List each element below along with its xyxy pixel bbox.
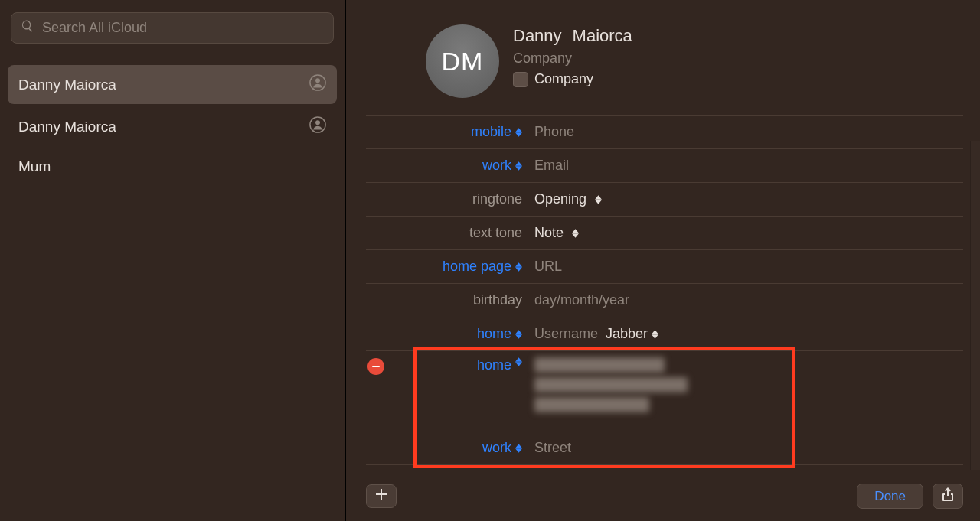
ringtone-picker[interactable]: Opening (527, 191, 963, 207)
address-home-row: home (366, 350, 963, 431)
texttone-picker[interactable]: Note (527, 225, 963, 241)
texttone-label: text tone (366, 225, 527, 241)
chevron-updown-icon (514, 357, 522, 366)
contact-detail: DM DannyMaiorca Company Company mobile (346, 0, 980, 521)
scrollbar[interactable] (970, 141, 980, 470)
me-card-icon (309, 116, 326, 137)
chevron-updown-icon (514, 128, 522, 137)
company-field[interactable]: Company (513, 50, 632, 67)
share-icon (942, 487, 954, 505)
texttone-row: text tone Note (366, 216, 963, 249)
svg-point-3 (315, 120, 320, 125)
company-checkbox-label: Company (534, 71, 593, 87)
avatar-initials: DM (442, 47, 484, 77)
ringtone-label: ringtone (366, 191, 527, 207)
address-work-label-picker[interactable]: work (366, 440, 527, 456)
list-item[interactable]: Mum (8, 149, 337, 184)
add-field-button[interactable] (366, 484, 397, 508)
phone-row: mobile Phone (366, 115, 963, 148)
done-button[interactable]: Done (857, 484, 923, 509)
list-item-name: Mum (18, 158, 51, 175)
homepage-row: home page URL (366, 249, 963, 283)
contact-fields: mobile Phone work Email ringtone (366, 115, 963, 465)
share-button[interactable] (933, 484, 963, 509)
contact-list: Danny Maiorca Danny Maiorca Mum (8, 65, 337, 184)
chevron-updown-icon (514, 444, 522, 453)
search-placeholder: Search All iCloud (42, 20, 147, 36)
remove-row-button[interactable] (368, 358, 384, 375)
username-label-picker[interactable]: home (366, 326, 527, 342)
plus-icon (375, 488, 387, 504)
chevron-updown-icon (514, 330, 522, 339)
chevron-updown-icon (514, 262, 522, 272)
birthday-field[interactable]: day/month/year (527, 292, 963, 308)
detail-footer: Done (346, 484, 980, 521)
url-field[interactable]: URL (527, 259, 963, 275)
list-item-name: Danny Maiorca (18, 77, 116, 93)
homepage-label-picker[interactable]: home page (366, 259, 527, 275)
username-field[interactable]: Username (534, 326, 598, 342)
chevron-updown-icon (514, 161, 522, 171)
birthday-label: birthday (366, 292, 527, 308)
redacted-text (534, 357, 665, 373)
first-name-field[interactable]: Danny (513, 26, 562, 45)
company-checkbox[interactable] (513, 72, 528, 87)
avatar[interactable]: DM (426, 24, 499, 98)
chevron-updown-icon (594, 195, 602, 204)
address-home-label-picker[interactable]: home (366, 357, 527, 373)
list-item[interactable]: Danny Maiorca (8, 107, 337, 146)
im-service-picker[interactable]: Jabber (606, 326, 658, 342)
redacted-text (534, 377, 688, 392)
ringtone-row: ringtone Opening (366, 182, 963, 216)
me-card-icon (309, 74, 326, 95)
address-home-field[interactable] (527, 357, 963, 412)
address-work-field[interactable]: Street (527, 440, 963, 456)
email-row: work Email (366, 148, 963, 182)
list-item[interactable]: Danny Maiorca (8, 65, 337, 104)
contact-header: DM DannyMaiorca Company Company (426, 24, 963, 98)
search-icon (21, 19, 34, 37)
chevron-updown-icon (571, 229, 579, 238)
contact-name[interactable]: DannyMaiorca (513, 26, 632, 46)
last-name-field[interactable]: Maiorca (573, 26, 632, 45)
address-work-row: work Street (366, 431, 963, 465)
svg-point-1 (315, 78, 320, 83)
email-label-picker[interactable]: work (366, 158, 527, 174)
birthday-row: birthday day/month/year (366, 283, 963, 317)
redacted-text (534, 397, 649, 412)
phone-field[interactable]: Phone (527, 124, 963, 140)
list-item-name: Danny Maiorca (18, 119, 116, 135)
phone-label-picker[interactable]: mobile (366, 124, 527, 140)
search-input[interactable]: Search All iCloud (11, 12, 334, 44)
username-row: home Username Jabber (366, 317, 963, 350)
chevron-updown-icon (651, 330, 658, 339)
sidebar: Search All iCloud Danny Maiorca Danny Ma… (0, 0, 346, 521)
email-field[interactable]: Email (527, 158, 963, 174)
